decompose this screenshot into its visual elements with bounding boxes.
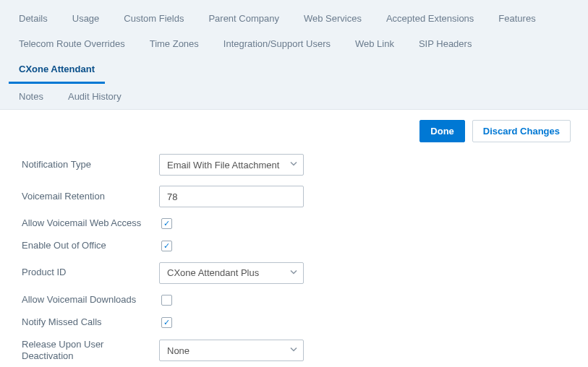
form-panel: Notification Type Email With File Attach… [0, 148, 588, 367]
tab-usage[interactable]: Usage [62, 6, 110, 31]
tab-web-services[interactable]: Web Services [294, 6, 372, 31]
product-id-label: Product ID [22, 267, 159, 279]
tab-time-zones[interactable]: Time Zones [140, 31, 209, 56]
tab-telecom-route-overrides[interactable]: Telecom Route Overrides [9, 31, 135, 56]
release-upon-user-deactivation-value: None [159, 340, 304, 361]
tab-details[interactable]: Details [9, 6, 58, 31]
tab-notes[interactable]: Notes [9, 84, 54, 109]
tab-features[interactable]: Features [488, 6, 545, 31]
tab-custom-fields[interactable]: Custom Fields [114, 6, 194, 31]
tab-accepted-extensions[interactable]: Accepted Extensions [376, 6, 484, 31]
product-id-value: CXone Attendant Plus [159, 262, 304, 284]
notification-type-label: Notification Type [22, 159, 159, 171]
allow-voicemail-web-access-checkbox[interactable] [161, 218, 172, 229]
release-upon-user-deactivation-select[interactable]: None [159, 340, 304, 361]
tab-integration-support-users[interactable]: Integration/Support Users [213, 31, 341, 56]
notify-missed-calls-checkbox[interactable] [161, 317, 172, 328]
notification-type-select[interactable]: Email With File Attachment [159, 154, 304, 176]
tab-parent-company[interactable]: Parent Company [198, 6, 289, 31]
tabs-bar: Details Usage Custom Fields Parent Compa… [0, 0, 588, 110]
tab-audit-history[interactable]: Audit History [58, 84, 132, 109]
tab-web-link[interactable]: Web Link [345, 31, 404, 56]
voicemail-retention-label: Voicemail Retention [22, 191, 159, 203]
tab-sip-headers[interactable]: SIP Headers [409, 31, 482, 56]
notification-type-value: Email With File Attachment [159, 154, 304, 176]
enable-out-of-office-label: Enable Out of Office [22, 240, 159, 252]
allow-voicemail-web-access-label: Allow Voicemail Web Access [22, 217, 159, 230]
action-bar: Done Discard Changes [0, 110, 588, 148]
discard-changes-button[interactable]: Discard Changes [472, 120, 571, 142]
done-button[interactable]: Done [419, 120, 465, 142]
release-upon-user-deactivation-label: Release Upon User Deactivation [22, 339, 159, 363]
notify-missed-calls-label: Notify Missed Calls [22, 316, 159, 329]
enable-out-of-office-checkbox[interactable] [161, 241, 172, 251]
allow-voicemail-downloads-label: Allow Voicemail Downloads [22, 294, 159, 306]
voicemail-retention-input[interactable] [159, 186, 304, 207]
allow-voicemail-downloads-checkbox[interactable] [161, 295, 172, 306]
tab-cxone-attendant[interactable]: CXone Attendant [9, 56, 105, 84]
product-id-select[interactable]: CXone Attendant Plus [159, 262, 304, 284]
